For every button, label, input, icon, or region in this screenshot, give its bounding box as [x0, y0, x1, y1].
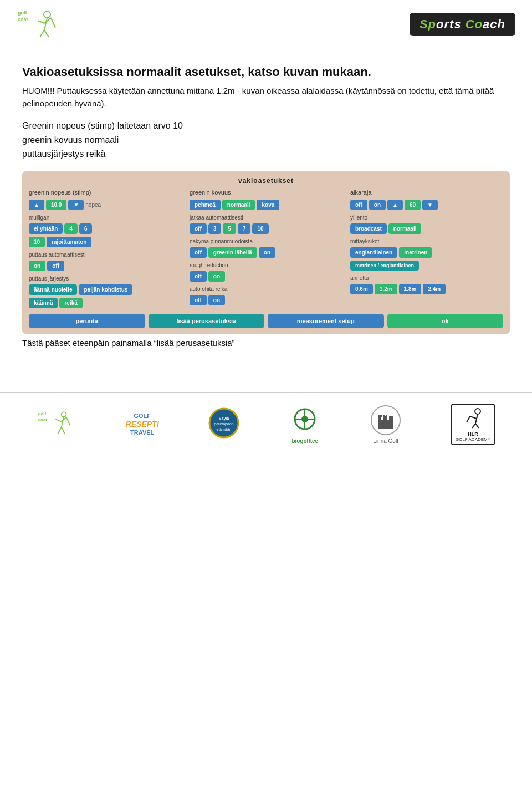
col2-auto-ohita-row: off on — [190, 295, 342, 305]
col1-rajoittamaton-btn[interactable]: rajoittamaton — [47, 237, 91, 247]
col1-kaanna-btn[interactable]: käännä — [29, 298, 58, 308]
footer-golf-academy-label: GOLF ACADEMY — [456, 437, 490, 442]
col1-puttaus-auto-label: puttaus automaattisesti — [29, 252, 182, 258]
col3-on-btn[interactable]: on — [369, 200, 386, 210]
col3-metrinen-row: metrinen / englantilainen — [350, 261, 503, 271]
footer-golf-resepti-label: GOLF — [126, 412, 159, 420]
col1-value-row: ▲ 10.0 ▼ nopea — [29, 200, 182, 210]
svg-text:elämään: elämään — [217, 427, 232, 431]
peruuta-btn[interactable]: peruuta — [29, 314, 145, 328]
col1-on-btn[interactable]: on — [29, 261, 45, 271]
col1-ei-ytaan-btn[interactable]: ei yhtään — [29, 223, 63, 234]
col1-reika-btn[interactable]: reikä — [59, 298, 82, 308]
col3-metrinen-eng-btn[interactable]: metrinen / englantilainen — [350, 261, 419, 271]
col2-rough-off-btn[interactable]: off — [190, 271, 207, 282]
col3-24m-btn[interactable]: 2.4m — [423, 284, 446, 294]
col2-10-btn[interactable]: 10 — [252, 223, 268, 234]
col3-ylilento-row: broadcast normaali — [350, 223, 503, 234]
col2-pehmea-btn[interactable]: pehmeä — [190, 200, 221, 210]
col2-off-btn[interactable]: off — [190, 223, 207, 234]
col3-down-btn[interactable]: ▼ — [422, 200, 438, 210]
col1-jarjestys-label: puttaus järjestys — [29, 276, 182, 282]
svg-line-39 — [470, 416, 477, 419]
ok-btn[interactable]: ok — [387, 314, 504, 328]
svg-rect-31 — [378, 415, 380, 417]
col1-10-btn[interactable]: 10 — [29, 237, 45, 247]
vakio-bottom-bar: peruuta lisää perusasetuksia measurement… — [29, 314, 503, 328]
measurement-setup-btn[interactable]: measurement setup — [268, 314, 384, 328]
footer-golf-coat-logo: golf coat — [37, 409, 76, 440]
col2-header: greenin kovuus — [190, 189, 342, 196]
footer-golf-coat: golf coat — [37, 409, 76, 440]
footer-hlr-label: HLR — [456, 431, 490, 437]
col3-ylilento-label: ylilento — [350, 215, 503, 221]
col1-jarjestys-row: äännä nuolelle peijän kohdistus — [29, 284, 182, 295]
col3-60-btn[interactable]: 60 — [405, 200, 421, 210]
col2-rough-on-btn[interactable]: on — [208, 271, 225, 282]
main-content: Vakioasetuksissa normaalit asetukset, ka… — [0, 47, 532, 381]
col3-broadcast-btn[interactable]: broadcast — [350, 223, 387, 234]
lisaa-perusasetuksia-btn[interactable]: lisää perusasetuksia — [149, 314, 265, 328]
svg-text:Väylä: Väylä — [219, 416, 229, 421]
col1-off-btn[interactable]: off — [47, 261, 64, 271]
col3-aikaraja-row: off on ▲ 60 ▼ — [350, 200, 503, 210]
svg-line-37 — [472, 424, 475, 428]
col3-header: aikaraja — [350, 189, 503, 196]
footer-logos: golf coat GOLF RESEPTI TRAVEL Väylä pare… — [0, 392, 532, 456]
footer-hlr-logo — [462, 407, 484, 429]
col-aikaraja: aikaraja off on ▲ 60 ▼ ylilento broadcas… — [350, 189, 503, 308]
col2-jatkaa-row: off 3 5 7 10 — [190, 223, 342, 234]
footer-linna-golf-logo — [370, 405, 401, 436]
col1-sub: nopea — [85, 202, 101, 208]
svg-line-40 — [467, 416, 470, 422]
svg-point-2 — [44, 11, 50, 18]
col3-up-btn[interactable]: ▲ — [387, 200, 403, 210]
col1-mulligan-label: mulligan — [29, 215, 182, 221]
footer-hlr-golf-academy: HLR GOLF ACADEMY — [451, 404, 495, 445]
col1-header: greenin nopeus (stimp) — [29, 189, 182, 196]
col3-12m-btn[interactable]: 1.2m — [375, 284, 397, 294]
svg-point-35 — [475, 409, 480, 414]
svg-rect-32 — [380, 415, 382, 417]
footer-suomen-golfliitto: Väylä parempaan elämään — [208, 407, 239, 441]
col1-peijan-btn[interactable]: peijän kohdistus — [79, 284, 132, 295]
col1-4-btn[interactable]: 4 — [64, 223, 78, 234]
svg-text:parempaan: parempaan — [214, 422, 234, 426]
col1-6-btn[interactable]: 6 — [79, 223, 93, 234]
footer-biogolftee-logo — [289, 405, 320, 436]
svg-line-4 — [40, 30, 44, 37]
col1-up-btn[interactable]: ▲ — [29, 200, 44, 210]
page-header: golf coat Sports Coach — [0, 0, 532, 47]
vakio-title: vakioasetukset — [29, 177, 503, 185]
col3-off-btn[interactable]: off — [350, 200, 367, 210]
vakio-grid: greenin nopeus (stimp) ▲ 10.0 ▼ nopea mu… — [29, 189, 503, 308]
col2-kova-btn[interactable]: kova — [257, 200, 279, 210]
col2-normaali-btn[interactable]: normaali — [222, 200, 255, 210]
col3-06m-btn[interactable]: 0.6m — [350, 284, 373, 294]
col2-nakyma-off-btn[interactable]: off — [190, 247, 207, 258]
col2-jatkaa-label: jatkaa automaattisesti — [190, 215, 342, 221]
col-greenin-nopeus: greenin nopeus (stimp) ▲ 10.0 ▼ nopea mu… — [29, 189, 182, 308]
col2-nakyma-on-btn[interactable]: on — [259, 247, 275, 258]
svg-line-17 — [66, 417, 70, 425]
svg-rect-33 — [383, 415, 385, 417]
col3-normaali-btn[interactable]: normaali — [388, 223, 422, 234]
col2-laheella-btn[interactable]: greenin lähellä — [208, 247, 257, 258]
svg-text:coat: coat — [38, 417, 48, 422]
footer-resepti-label: RESEPTI — [126, 420, 159, 429]
note-paragraph: HUOM!!! Puttauksessa käytetään annettuna… — [22, 85, 510, 110]
col1-down-btn[interactable]: ▼ — [68, 200, 84, 210]
vakio-screenshot: vakioasetukset greenin nopeus (stimp) ▲ … — [22, 171, 510, 334]
col2-auto-off-btn[interactable]: off — [190, 295, 207, 305]
svg-line-38 — [475, 424, 479, 428]
col2-3-btn[interactable]: 3 — [208, 223, 222, 234]
col3-englantilainen-btn[interactable]: englantilainen — [350, 247, 397, 258]
col2-auto-on-btn[interactable]: on — [208, 295, 225, 305]
col1-value-btn[interactable]: 10.0 — [46, 200, 66, 210]
col2-5-btn[interactable]: 5 — [223, 223, 236, 234]
col3-18m-btn[interactable]: 1.8m — [399, 284, 422, 294]
svg-line-5 — [44, 30, 49, 37]
col2-7-btn[interactable]: 7 — [238, 223, 251, 234]
col3-metrinen-btn[interactable]: metrinen — [399, 247, 432, 258]
col1-aanna-btn[interactable]: äännä nuolelle — [29, 284, 77, 295]
